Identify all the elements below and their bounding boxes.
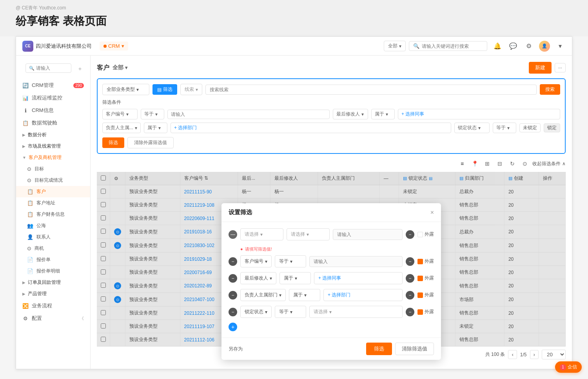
per-page-select[interactable]: 20 50 100 (542, 350, 566, 359)
sidebar-sub-contact[interactable]: 👤 联系人 (16, 231, 90, 243)
sidebar-group-order[interactable]: ▶ 订单及回款管理 (16, 277, 90, 288)
modal-minus-row3[interactable]: − (406, 291, 414, 300)
modal-field-select-3[interactable]: 负责人主属部门 (240, 289, 286, 301)
line-select[interactable]: 线索 (180, 84, 202, 95)
filter-field-dept[interactable]: 负责人主属... (102, 123, 141, 133)
sidebar-add-button[interactable]: ＋ (76, 65, 84, 73)
sidebar-item-data-cockpit[interactable]: 📋 数据驾驶舱 (16, 117, 90, 129)
sidebar-sub-quote-detail[interactable]: 📄 报价单明细 (16, 265, 90, 277)
modal-value-input-0[interactable] (333, 229, 403, 240)
external-checkbox-3[interactable] (417, 292, 423, 298)
modal-op-select-2[interactable]: 属于 (279, 272, 311, 284)
filter-op-belongs[interactable]: 属于 (371, 109, 395, 119)
external-checkbox-0[interactable] (417, 232, 423, 237)
sidebar-item-config[interactable]: ⚙ 配置 《 (16, 312, 90, 325)
modal-status-select-4[interactable]: 请选择 (309, 306, 403, 318)
modal-clear-button[interactable]: 清除筛选值 (395, 343, 434, 355)
dropdown-arrow-icon[interactable]: ▾ (555, 41, 566, 52)
auto-refresh-icon[interactable]: ⊙ (520, 159, 530, 169)
filter-field-modifier[interactable]: 最后修改人 (333, 109, 368, 119)
modal-minus-row0[interactable]: − (406, 230, 414, 239)
business-type-select[interactable]: 全部业务类型 (102, 84, 149, 95)
modal-value-input-1[interactable] (309, 256, 403, 267)
sidebar-group-market[interactable]: ▶ 市场及线索管理 (16, 141, 90, 152)
modal-person-select-2[interactable]: + 选择同事 (314, 272, 403, 284)
sidebar-sub-target-completion[interactable]: ⊙ 目标完成情况 (16, 175, 90, 186)
modal-delete-row0[interactable]: — (229, 230, 237, 239)
map-view-icon[interactable]: 📍 (470, 159, 480, 169)
filter-op-belongs2[interactable]: 属于 (144, 123, 167, 133)
unlocked-tag[interactable]: 未锁定 (519, 123, 541, 132)
modal-delete-row1[interactable]: − (229, 257, 237, 266)
sidebar-item-workflow[interactable]: 🔀 业务流程 (16, 300, 90, 312)
filter-op-equals2[interactable]: 等于 (493, 123, 516, 133)
op-label-3: 属于 (293, 292, 303, 298)
sidebar-sub-customer-address[interactable]: 📋 客户地址 (16, 197, 90, 209)
grid-view-icon[interactable]: ⊟ (495, 159, 505, 169)
filter-field-lock[interactable]: 锁定状态 (454, 123, 490, 133)
modal-op-select-4[interactable]: 等于 (275, 306, 306, 318)
modal-minus-row4[interactable]: − (406, 308, 414, 316)
modal-field-select-2[interactable]: 最后修改人 (240, 272, 276, 284)
chat-icon[interactable]: 💬 (508, 41, 519, 52)
sidebar-sub-target[interactable]: ⊙ 目标 (16, 163, 90, 175)
filter-value-custid[interactable] (167, 110, 330, 119)
sidebar-sub-customer[interactable]: 📋 客户 (16, 186, 90, 197)
locked-tag[interactable]: 锁定 (544, 123, 560, 132)
filter-search-input[interactable] (205, 85, 537, 95)
sidebar-sub-opportunity[interactable]: ⊙ 商机 (16, 243, 90, 254)
global-search-input[interactable] (422, 43, 483, 49)
filter-clear-button[interactable]: 清除外露筛选值 (127, 137, 174, 148)
filter-select-person[interactable]: + 选择同事 (398, 109, 560, 119)
filter-field-custid[interactable]: 客户编号 (102, 109, 138, 119)
external-checkbox-2[interactable] (417, 276, 423, 281)
external-checkbox-1[interactable] (417, 259, 423, 264)
modal-op-select-1[interactable]: 等于 (275, 255, 306, 267)
modal-minus-row1[interactable]: − (406, 257, 414, 266)
more-button[interactable]: ··· (555, 63, 566, 72)
sidebar-group-data-analysis[interactable]: ▶ 数据分析 (16, 129, 90, 141)
modal-delete-row4[interactable]: − (229, 308, 237, 316)
modal-minus-row2[interactable]: − (406, 274, 414, 283)
modal-field-select-4[interactable]: 锁定状态 (240, 306, 272, 318)
modal-save-as-button[interactable]: 另存为 (229, 346, 243, 352)
sidebar-item-crm-info[interactable]: ℹ CRM信息 (16, 104, 90, 117)
sidebar-group-customer[interactable]: ▼ 客户及商机管理 (16, 152, 90, 163)
sidebar-sub-quote[interactable]: 📄 报价单 (16, 254, 90, 265)
settings-icon[interactable]: ⚙ (523, 41, 534, 52)
modal-close-button[interactable]: × (430, 209, 434, 216)
kanban-view-icon[interactable]: ⊞ (482, 159, 492, 169)
next-page-button[interactable]: › (530, 350, 539, 359)
filter-submit-button[interactable]: 筛选 (102, 137, 124, 148)
modal-dept-select-3[interactable]: + 选择部门 (323, 289, 403, 301)
sidebar-item-process-monitor[interactable]: 📊 流程运维监控 (16, 92, 90, 104)
scope-selector[interactable]: 全部 (384, 41, 406, 51)
modal-op-select-3[interactable]: 属于 (289, 289, 320, 301)
sidebar-search-input[interactable] (36, 65, 68, 71)
collapse-filter-button[interactable]: 收起筛选条件 ∧ (532, 161, 566, 167)
list-view-icon[interactable]: ≡ (457, 159, 467, 169)
refresh-icon[interactable]: ↻ (507, 159, 517, 169)
prev-page-button[interactable]: ‹ (508, 350, 517, 359)
sidebar-item-crm[interactable]: 🔄 CRM管理 290 (16, 79, 90, 92)
modal-add-condition-button[interactable]: + (229, 323, 237, 331)
crm-nav-button[interactable]: CRM (100, 42, 128, 51)
modal-delete-row3[interactable]: − (229, 291, 237, 300)
filter-button[interactable]: ▤ 筛选 (152, 84, 177, 95)
search-button[interactable]: 搜索 (540, 84, 560, 95)
sidebar-sub-customer-finance[interactable]: 📋 客户财务信息 (16, 209, 90, 220)
filter-select-dept[interactable]: + 选择部门 (171, 123, 451, 133)
sidebar-group-product[interactable]: ▶ 产品管理 (16, 288, 90, 300)
sidebar-sub-public-sea[interactable]: 👥 公海 (16, 220, 90, 231)
notification-icon[interactable]: 🔔 (492, 41, 503, 52)
user-avatar[interactable]: 👤 (539, 41, 550, 52)
modal-field-select-1[interactable]: 客户编号 (240, 255, 272, 267)
modal-field-select-0[interactable]: 请选择 (240, 228, 283, 240)
modal-delete-row2[interactable]: − (229, 274, 237, 283)
modal-op-select-0[interactable]: 请选择 (287, 228, 330, 240)
modal-filter-button[interactable]: 筛选 (366, 343, 392, 355)
new-button[interactable]: 新建 (529, 62, 552, 74)
filter-op-equals[interactable]: 等于 (141, 109, 164, 119)
enterprise-button[interactable]: 1 企信 (555, 361, 582, 373)
external-checkbox-4[interactable] (417, 309, 423, 315)
